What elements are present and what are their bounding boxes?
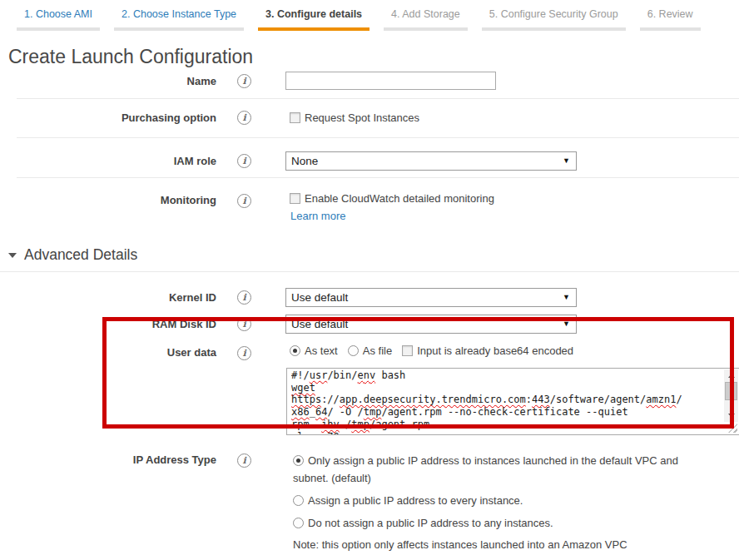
iam-role-selected-value: None bbox=[291, 155, 318, 167]
ip-address-note: Note: this option only affects instances… bbox=[285, 537, 739, 553]
textarea-scrollbar[interactable] bbox=[724, 369, 738, 422]
row-ip-address-type: IP Address Type i Only assign a public I… bbox=[0, 452, 739, 553]
name-input[interactable] bbox=[285, 72, 496, 90]
kernel-id-selected-value: Use default bbox=[291, 291, 348, 304]
advanced-details-title: Advanced Details bbox=[24, 246, 137, 263]
arrow-up-icon bbox=[728, 374, 735, 378]
tab-review[interactable]: 6. Review bbox=[640, 8, 701, 31]
request-spot-instances-checkbox[interactable] bbox=[290, 112, 300, 123]
kernel-id-select[interactable]: Use default ▼ bbox=[285, 288, 577, 307]
tab-choose-instance-type[interactable]: 2. Choose Instance Type bbox=[114, 8, 244, 31]
enable-cloudwatch-checkbox[interactable] bbox=[290, 193, 300, 204]
advanced-details-header: Advanced Details bbox=[0, 246, 739, 272]
page-title: Create Launch Configuration bbox=[8, 45, 739, 68]
user-data-textarea[interactable]: #!/usr/bin/env bashwgethttps://app.deeps… bbox=[286, 368, 739, 435]
purchasing-option-label: Purchasing option bbox=[0, 112, 216, 124]
arrow-down-icon bbox=[728, 414, 735, 418]
row-kernel-id: Kernel ID i Use default ▼ bbox=[0, 288, 739, 307]
row-purchasing-option: Purchasing option i Request Spot Instanc… bbox=[0, 99, 739, 137]
tab-choose-ami[interactable]: 1. Choose AMI bbox=[17, 8, 100, 31]
ip-no-instances-radio[interactable] bbox=[293, 518, 304, 528]
ip-every-instance-radio[interactable] bbox=[293, 495, 304, 506]
ram-disk-id-label: RAM Disk ID bbox=[0, 318, 216, 330]
base64-encoded-checkbox[interactable] bbox=[402, 345, 413, 356]
info-icon[interactable]: i bbox=[237, 154, 251, 168]
tab-configure-details[interactable]: 3. Configure details bbox=[258, 8, 370, 31]
kernel-id-label: Kernel ID bbox=[0, 291, 216, 304]
row-user-data: User data i As textAs fileInput is alrea… bbox=[0, 344, 739, 435]
as-text-radio[interactable] bbox=[290, 345, 300, 356]
collapse-triangle-icon[interactable] bbox=[8, 253, 17, 258]
name-label: Name bbox=[0, 75, 216, 87]
scroll-up-button[interactable] bbox=[724, 369, 738, 382]
row-name: Name i bbox=[0, 72, 739, 90]
create-launch-configuration-page: 1. Choose AMI 2. Choose Instance Type 3.… bbox=[0, 0, 739, 560]
base64-encoded-label: Input is already base64 encoded bbox=[417, 344, 573, 357]
ip-default-vpc-radio[interactable] bbox=[293, 455, 304, 466]
row-iam-role: IAM role i None ▼ bbox=[0, 138, 739, 177]
info-icon[interactable]: i bbox=[237, 453, 251, 468]
iam-role-label: IAM role bbox=[0, 155, 216, 167]
iam-role-select[interactable]: None ▼ bbox=[285, 151, 577, 171]
info-icon[interactable]: i bbox=[237, 290, 251, 305]
monitoring-label: Monitoring bbox=[0, 192, 216, 206]
as-file-label: As file bbox=[363, 344, 392, 357]
dropdown-caret-icon: ▼ bbox=[563, 157, 570, 165]
tab-add-storage[interactable]: 4. Add Storage bbox=[384, 8, 468, 31]
learn-more-link[interactable]: Learn more bbox=[290, 210, 345, 222]
info-icon[interactable]: i bbox=[237, 346, 251, 360]
row-ram-disk-id: RAM Disk ID i Use default ▼ bbox=[0, 315, 739, 334]
info-icon[interactable]: i bbox=[237, 74, 251, 88]
ram-disk-id-selected-value: Use default bbox=[291, 318, 348, 330]
wizard-tabs: 1. Choose AMI 2. Choose Instance Type 3.… bbox=[0, 0, 739, 31]
scrollbar-thumb[interactable] bbox=[725, 382, 737, 400]
ip-address-type-label: IP Address Type bbox=[0, 452, 216, 466]
ram-disk-id-select[interactable]: Use default ▼ bbox=[285, 315, 577, 334]
resize-grip-icon[interactable] bbox=[728, 424, 737, 433]
ip-default-vpc-label: Only assign a public IP address to insta… bbox=[293, 454, 678, 484]
row-monitoring: Monitoring i Enable CloudWatch detailed … bbox=[0, 178, 739, 222]
scroll-down-button[interactable] bbox=[724, 409, 738, 422]
request-spot-instances-label: Request Spot Instances bbox=[305, 112, 419, 124]
user-data-label: User data bbox=[0, 344, 216, 359]
ip-no-instances-label: Do not assign a public IP address to any… bbox=[308, 517, 553, 529]
ip-every-instance-label: Assign a public IP address to every inst… bbox=[308, 494, 523, 507]
info-icon[interactable]: i bbox=[237, 194, 251, 208]
tab-configure-security-group[interactable]: 5. Configure Security Group bbox=[482, 8, 626, 31]
user-data-script: #!/usr/bin/env bashwgethttps://app.deeps… bbox=[291, 369, 723, 434]
info-icon[interactable]: i bbox=[237, 111, 251, 125]
dropdown-caret-icon: ▼ bbox=[563, 320, 570, 328]
as-file-radio[interactable] bbox=[348, 345, 359, 356]
as-text-label: As text bbox=[305, 344, 338, 357]
enable-cloudwatch-label: Enable CloudWatch detailed monitoring bbox=[305, 192, 494, 205]
info-icon[interactable]: i bbox=[237, 317, 251, 331]
dropdown-caret-icon: ▼ bbox=[563, 294, 570, 301]
